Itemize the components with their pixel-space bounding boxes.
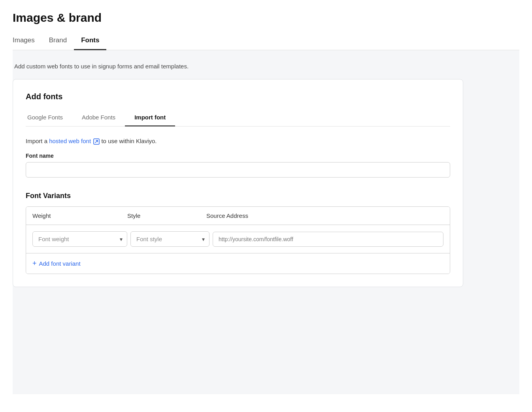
header-source: Source Address [206, 212, 443, 219]
table-row: Font weight100 - Thin200 - Extra Light30… [26, 225, 450, 253]
plus-icon: + [32, 260, 37, 267]
table-header-row: Weight Style Source Address [26, 207, 450, 225]
tab-adobe-fonts[interactable]: Adobe Fonts [72, 111, 125, 127]
add-fonts-card: Add fonts Google Fonts Adobe Fonts Impor… [13, 79, 463, 287]
header-style: Style [127, 212, 206, 219]
source-cell [213, 232, 443, 247]
add-variant-row: + Add font variant [26, 253, 450, 274]
style-cell: Font styleNormalItalicOblique ▾ [130, 231, 209, 247]
description-text: Add custom web fonts to use in signup fo… [13, 63, 519, 70]
import-description: Import a hosted web font to use within K… [26, 138, 450, 145]
page-title: Images & brand [13, 11, 519, 25]
font-weight-select-wrapper: Font weight100 - Thin200 - Extra Light30… [32, 231, 127, 247]
card-title: Add fonts [26, 92, 450, 101]
tab-images[interactable]: Images [13, 32, 42, 50]
hosted-web-font-link[interactable]: hosted web font [49, 138, 100, 144]
external-link-icon [93, 138, 100, 145]
source-address-input[interactable] [213, 232, 443, 247]
tab-fonts[interactable]: Fonts [74, 32, 106, 50]
font-style-select[interactable]: Font styleNormalItalicOblique [130, 231, 209, 247]
inner-tabs-nav: Google Fonts Adobe Fonts Import font [26, 111, 450, 127]
page-container: Images & brand Images Brand Fonts Add cu… [0, 0, 532, 412]
font-variants-section: Font Variants Weight Style Source Addres… [26, 192, 450, 274]
weight-cell: Font weight100 - Thin200 - Extra Light30… [32, 231, 127, 247]
font-name-group: Font name [26, 153, 450, 178]
header-weight: Weight [32, 212, 127, 219]
import-suffix: to use within Klaviyo. [100, 138, 157, 144]
variants-table: Weight Style Source Address Font weight1… [26, 206, 450, 274]
font-variants-title: Font Variants [26, 192, 450, 200]
tab-import-font[interactable]: Import font [125, 111, 175, 127]
font-name-input[interactable] [26, 162, 450, 178]
add-font-variant-label: Add font variant [39, 260, 81, 267]
tab-google-fonts[interactable]: Google Fonts [26, 111, 72, 127]
font-weight-select[interactable]: Font weight100 - Thin200 - Extra Light30… [32, 231, 127, 247]
font-name-label: Font name [26, 153, 450, 159]
main-tabs-nav: Images Brand Fonts [13, 32, 519, 50]
tab-brand[interactable]: Brand [42, 32, 74, 50]
import-prefix: Import a [26, 138, 49, 144]
add-font-variant-button[interactable]: + Add font variant [32, 260, 81, 267]
font-style-select-wrapper: Font styleNormalItalicOblique ▾ [130, 231, 209, 247]
content-area: Add custom web fonts to use in signup fo… [13, 50, 519, 394]
